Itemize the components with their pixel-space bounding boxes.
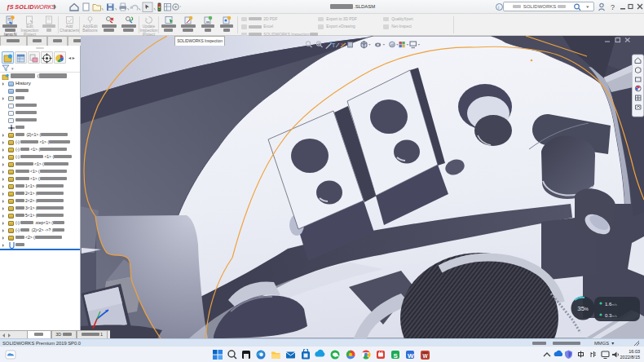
svg-text:T: T	[332, 42, 336, 48]
svg-text:?: ?	[611, 3, 615, 11]
svg-text:0.3m/s: 0.3m/s	[605, 313, 617, 318]
svg-text:1.6m/s: 1.6m/s	[605, 302, 617, 307]
svg-text:W: W	[423, 353, 429, 359]
svg-text:S: S	[394, 352, 399, 360]
svg-text:i: i	[498, 5, 499, 10]
svg-text:35%: 35%	[577, 305, 589, 312]
svg-text:W: W	[408, 352, 414, 360]
